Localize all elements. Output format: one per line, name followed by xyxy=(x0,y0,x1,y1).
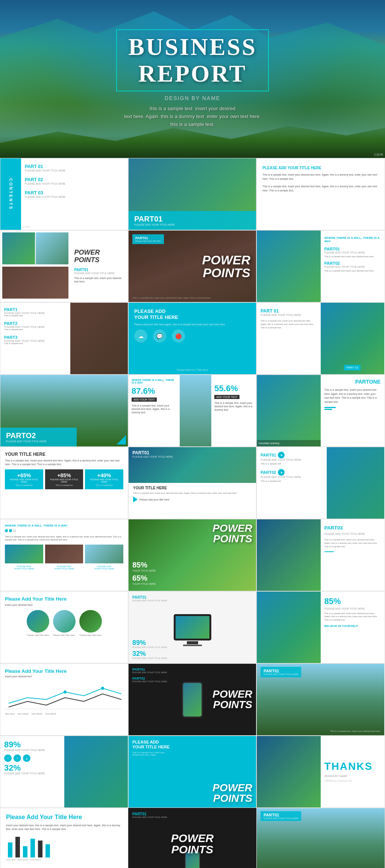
your-title-body: This is a sample text, insert your desir… xyxy=(5,459,123,466)
small-imgs-grid xyxy=(0,231,70,302)
slide-device-mockup: PART01 PLEASE ADD YOUR TITLE HERE 89% PL… xyxy=(128,591,256,663)
slide-img-half xyxy=(257,231,321,302)
part02-block: PART02 PLEASE ADD YOUR TITLE HERE This i… xyxy=(324,261,381,272)
slide-phone-mockup: POWERPOINTS PART01 PLEASE ADD YOUR TITLE… xyxy=(128,663,256,736)
wechat-icon: 💬 xyxy=(153,329,166,343)
slide-where-there: WHERE THERE IS A WILL, THERE IS A WAY PA… xyxy=(256,230,385,302)
slide-right: POWERPOINTS PART01 PLEASE ADD YOUR TITLE… xyxy=(70,231,128,302)
power-center: POWERPOINTS xyxy=(171,833,214,855)
slide-left xyxy=(0,231,70,302)
stat-box-2: +85% PLEASE ADD YOUR TITLE HERE This is … xyxy=(45,469,83,489)
where-title: WHERE THERE IS A WILL, THERE IS A WAY xyxy=(324,236,381,243)
part03-body: This is a sample text, insert your desir… xyxy=(324,538,381,548)
part2-item: PART2 PLEASE ADD YOUR TITLE HERE This is… xyxy=(4,321,67,331)
circles-row: Thanks Add Title Here Please Add Title H… xyxy=(5,610,123,636)
stat-box-1: +65% PLEASE ADD YOUR TITLE HERE This is … xyxy=(5,469,43,489)
text-side: PART 01 PLEASE ADD YOUR TITLE HERE This … xyxy=(257,303,321,374)
three-img-row xyxy=(5,545,123,563)
part1-item: PART1 PLEASE ADD YOUR TITLE HERE This is… xyxy=(4,307,67,317)
part03-text: PART03 PLEASE ADD YOUR TITLE HERE This i… xyxy=(321,519,385,591)
cloud-icon: ☁ xyxy=(134,329,147,343)
stat2-label: PLEASE ADD YOUR TITLE HERE xyxy=(4,772,61,775)
part01-overlay: PART01 PLEASE ADD YOUR TITLE HERE xyxy=(129,211,256,230)
part01-dark: PART01 PLEASE ADD YOUR TITLE HERE xyxy=(132,812,167,818)
bar-labels: Your Item Your Item2 Your Item3 xyxy=(6,859,122,861)
bar-chart xyxy=(6,835,122,857)
stat1: 87.6% xyxy=(132,387,177,395)
contents-part2: PART 02 PLEASE ADD YOUR TITLE HERE xyxy=(25,177,124,185)
part01-sub: PLEASE ADD YOUR TITLE HERE xyxy=(74,272,124,275)
part01-icon: ★ xyxy=(278,452,285,458)
power-points-label: POWERPOINTS xyxy=(74,249,124,264)
line-chart xyxy=(5,681,121,711)
social-icons: ☁ 💬 🔴 xyxy=(134,329,250,343)
believe-img xyxy=(257,592,321,663)
slide-inner: WHERE THERE IS A WILL, THERE IS A WAY 87… xyxy=(129,375,256,446)
hero-title-line1: BUSINESS xyxy=(128,34,257,60)
title-list-body: This is a sample text, insert your desir… xyxy=(262,173,379,181)
stat1-label: ADD YOUR TEXT xyxy=(132,398,157,402)
part01-badge-final: PART01 PLEASE ADD YOUR TITLE HERE xyxy=(261,811,301,821)
slide-bg: PART01 PLEASE ADD YOUR TITLE HERE This i… xyxy=(257,664,384,735)
bottom-text: YOUR TITLE HERE This is a sample text, i… xyxy=(129,483,256,519)
dots-row xyxy=(5,529,123,532)
contents-list: PART 01 PLEASE ADD YOUR TITLE HERE PART … xyxy=(21,158,128,230)
part01-badge: PART01 Please Add Your Tile Title xyxy=(132,234,164,244)
slide-final-landscape: PART01 PLEASE ADD YOUR TITLE HERE This i… xyxy=(256,808,385,868)
bottom-row: Please Add Your Title Here Insert your d… xyxy=(0,808,385,868)
stats-img xyxy=(64,736,128,807)
slide-inner: 85% PLEASE ADD YOUR TITLE HERE This is a… xyxy=(257,592,384,663)
slide-inner: mountain scenery PARTONE This is a sampl… xyxy=(257,375,384,446)
thanks-label: THANKS xyxy=(324,761,381,772)
stats-left: WHERE THERE IS A WILL, THERE IS A WAY 87… xyxy=(129,375,180,446)
part01-label: PART01 xyxy=(134,215,250,223)
title-list-body2: This is a sample text, insert your desir… xyxy=(262,185,379,193)
your-title: YOUR TITLE HERE xyxy=(133,486,252,490)
slide-power-bg: POWERPOINTS 85% YOUR TITLE HERE 65% YOUR… xyxy=(128,519,256,591)
power-label: POWERPOINTS xyxy=(212,783,252,804)
hero-subtitle: this is a sample text insert your desire… xyxy=(116,105,269,128)
stats-left: 89% PLEASE ADD YOUR TITLE HERE f t g 32%… xyxy=(0,736,64,807)
teal-triangle xyxy=(117,435,126,445)
part01-block: PART01 PLEASE ADD YOUR TITLE HERE This i… xyxy=(324,247,381,258)
slide-partone-right: mountain scenery PARTONE This is a sampl… xyxy=(256,375,385,447)
power-label: POWERPOINTS xyxy=(202,253,250,279)
slide-inner: 89% PLEASE ADD YOUR TITLE HERE f t g 32%… xyxy=(0,736,128,807)
slide-inner: WHERE THERE IS A WILL, THERE IS A WAY PA… xyxy=(257,231,384,302)
chart-title: Please Add Your Title Here xyxy=(5,668,123,674)
design-by: DESIGN BY NAME xyxy=(324,775,381,777)
slide-text-half: WHERE THERE IS A WILL, THERE IS A WAY PA… xyxy=(321,231,385,302)
believe-sub: PLEASE ADD YOUR TITLE HERE xyxy=(324,607,381,610)
part02-icon: ★ xyxy=(278,469,285,476)
dummy-text: This is a sample text, insert your desir… xyxy=(132,297,252,299)
img2 xyxy=(36,232,68,264)
parto2-overlay: PARTO2 PLEASE ADD YOUR TITLE HERE xyxy=(0,428,77,446)
part3-item: PART3 PLEASE ADD YOUR TITLE HERE This is… xyxy=(4,335,67,344)
three-label-row: PLEASE ADDYOUR TITLE HERE PLEASE ADDYOUR… xyxy=(5,565,123,570)
slide-inner: THANKS DESIGN BY NAME 幻影网 www.yinghuacd.… xyxy=(257,736,384,807)
img-overlay: PART 01 xyxy=(321,363,385,370)
social-title: PLEASE ADDYOUR TITLE HERE xyxy=(134,308,250,320)
slide-inner: PART01 PLEASE ADD YOUR TITLE HERE YOUR T… xyxy=(129,447,256,519)
top-img: PART01 PLEASE ADD YOUR TITLE HERE xyxy=(129,447,256,483)
slide-line-chart: Please Add Your Title Here Insert your d… xyxy=(0,663,128,736)
arrow-row: Please add your title here xyxy=(133,496,252,502)
where-body: This is a sample text. Insert your desir… xyxy=(5,535,123,542)
slide-power-left: POWERPOINTS PART01 PLEASE ADD YOUR TITLE… xyxy=(0,230,128,302)
hero-watermark: 幻影网 xyxy=(374,153,383,157)
slide-parto2-mountains: PARTO2 PLEASE ADD YOUR TITLE HERE xyxy=(0,375,128,447)
stat2: 55.6% xyxy=(214,384,253,393)
power-label: POWERPOINTS xyxy=(212,523,252,544)
slide-your-title-stats: YOUR TITLE HERE This is a sample text, i… xyxy=(0,447,128,519)
part01-sub: PLEASE ADD YOUR TITLE HERE xyxy=(134,223,250,226)
part01-body: This is a sample text, insert your desir… xyxy=(74,276,124,284)
circle-1: Thanks Add Title Here xyxy=(27,610,49,636)
slide-power-center: PART01 Please Add Your Tile Title POWERP… xyxy=(128,230,256,302)
slides-grid: CONTENTS PART 01 PLEASE ADD YOUR TITLE H… xyxy=(0,158,385,808)
slide-please-large: Please Add Your Title Here Insert your d… xyxy=(0,808,128,868)
part01-top: PART01 PLEASE ADD YOUR TITLE HERE xyxy=(132,450,173,458)
contents-label: CONTENTS xyxy=(0,158,21,230)
stat1: 89% xyxy=(4,741,61,749)
your-title: YOUR TITLE HERE xyxy=(5,452,123,457)
hero-design-by: DESIGN BY NAME xyxy=(116,95,269,101)
